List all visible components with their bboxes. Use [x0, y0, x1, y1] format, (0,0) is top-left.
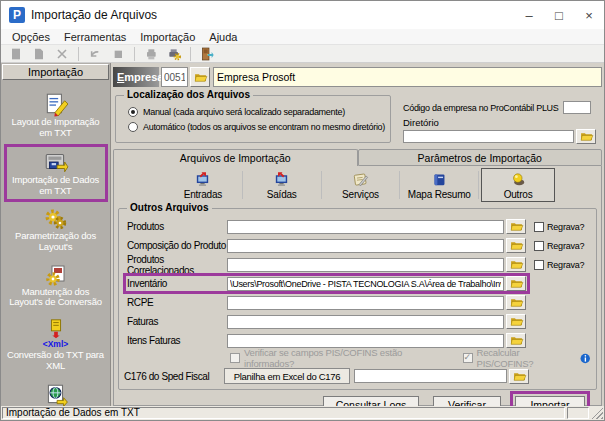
print-button[interactable] [141, 46, 161, 62]
diretorio-input[interactable] [403, 130, 574, 143]
produtos-input[interactable] [227, 220, 504, 234]
empresa-code-input[interactable] [161, 67, 188, 87]
empresa-name-field[interactable] [213, 67, 602, 87]
menu-ferramentas[interactable]: Ferramentas [57, 31, 133, 43]
folder-open-icon [509, 334, 524, 347]
planilha-excel-c176-button[interactable]: Planilha em Excel do C176 [224, 368, 350, 384]
sidebar-item-label: Importação de Dados em TXT [7, 175, 105, 197]
tab-strip: Arquivos de Importação Parâmetros de Imp… [113, 149, 602, 166]
menu-opcoes[interactable]: Opções [5, 31, 57, 43]
sidebar-item-importacao-dados-txt[interactable]: Importação de Dados em TXT [7, 147, 105, 199]
maximize-button[interactable]: □ [544, 1, 574, 29]
sidebar-item-label: Layout de Importação em TXT [7, 117, 105, 139]
itens-faturas-input[interactable] [227, 334, 504, 348]
info-icon[interactable] [579, 352, 591, 365]
c176-browse-button[interactable] [509, 369, 529, 384]
procontabil-code-input[interactable] [563, 101, 591, 114]
itens-faturas-browse-button[interactable] [506, 333, 526, 348]
gears-icon [44, 207, 68, 231]
empresa-row: Empresa [113, 67, 602, 87]
tab-arquivos-de-importacao[interactable]: Arquivos de Importação [113, 149, 358, 166]
regrava-label: Regrava? [547, 241, 584, 251]
menu-ajuda[interactable]: Ajuda [202, 31, 244, 43]
correlacionados-regrava-checkbox[interactable] [534, 260, 544, 270]
empresa-label: Empresa [113, 67, 159, 87]
xml-badge: <Xml> [43, 339, 69, 349]
inventario-label: Inventário [127, 278, 227, 289]
toolbar [1, 45, 604, 63]
row-faturas: Faturas [124, 312, 591, 331]
diretorio-label: Diretório [403, 117, 596, 128]
category-servicos-button[interactable]: Serviços [324, 168, 398, 202]
import-files-window: P Importação de Arquivos – □ × Opções Fe… [0, 0, 605, 421]
radio-automatico[interactable]: Automático (todos os arquivos se encontr… [128, 119, 386, 134]
new-document-button[interactable] [6, 46, 26, 62]
close-button[interactable]: × [574, 1, 604, 29]
rcpe-label: RCPE [127, 297, 227, 308]
category-saidas-button[interactable]: Saídas [245, 168, 319, 202]
category-separator [399, 171, 400, 199]
edit-document-button[interactable] [29, 46, 49, 62]
regrava-label: Regrava? [547, 260, 584, 270]
delete-button[interactable] [52, 46, 72, 62]
diretorio-browse-button[interactable] [576, 129, 596, 144]
empresa-browse-button[interactable] [190, 67, 210, 87]
inventario-browse-button[interactable] [506, 276, 526, 291]
print-setup-icon [166, 46, 182, 62]
c176-label: C176 do Sped Fiscal [124, 371, 224, 382]
faturas-input[interactable] [227, 315, 504, 329]
tab-parametros-de-importacao[interactable]: Parâmetros de Importação [358, 149, 603, 166]
composicao-regrava-checkbox[interactable] [534, 241, 544, 251]
undo-button[interactable] [85, 46, 105, 62]
exit-button[interactable] [197, 46, 217, 62]
sidebar-item-label: Manutenção dos Layout's de Conversão [7, 287, 105, 309]
radio-automatico-circle[interactable] [128, 122, 138, 132]
sidebar-item-parametrizacao-layouts[interactable]: Parametrização dos Layout's [7, 205, 105, 255]
sidebar-item-conversao-txt-xml[interactable]: <Xml> Conversão do TXT para XML [7, 316, 105, 374]
app-logo-icon: P [9, 7, 25, 23]
rcpe-browse-button[interactable] [506, 295, 526, 310]
status-bar: Importação de Dados em TXT [1, 406, 604, 420]
radio-manual[interactable]: Manual (cada arquivo será localizado sep… [128, 104, 386, 119]
sidebar-item-layout-importacao-txt[interactable]: Layout de Importação em TXT [7, 89, 105, 141]
produtos-regrava-checkbox[interactable] [534, 222, 544, 232]
folder-open-icon [509, 315, 524, 328]
save-button[interactable] [108, 46, 128, 62]
category-mapa-resumo-button[interactable]: Mapa Resumo [402, 168, 476, 202]
produtos-browse-button[interactable] [506, 219, 526, 234]
correlacionados-label: Produtos Correlacionados [127, 254, 227, 276]
recalcular-pis-cofins-checkbox[interactable] [463, 353, 473, 363]
document-pencil-icon [43, 91, 69, 117]
menu-importacao[interactable]: Importação [133, 31, 202, 43]
procontabil-code-label: Código da empresa no ProContábil PLUS [403, 103, 559, 113]
radio-manual-label: Manual (cada arquivo será localizado sep… [143, 107, 345, 117]
sidebar-header[interactable]: Importação [2, 64, 109, 80]
faturas-browse-button[interactable] [506, 314, 526, 329]
composicao-input[interactable] [227, 239, 504, 253]
category-entradas-button[interactable]: Entradas [166, 168, 240, 202]
rcpe-input[interactable] [227, 296, 504, 310]
sidebar-item-manutencao-layouts-conversao[interactable]: Manutenção dos Layout's de Conversão [7, 261, 105, 311]
inventario-input[interactable] [227, 277, 504, 291]
resize-grip[interactable] [591, 407, 603, 419]
row-rcpe: RCPE [124, 293, 591, 312]
print-setup-button[interactable] [164, 46, 184, 62]
verificar-pis-cofins-checkbox[interactable] [230, 353, 240, 363]
status-panel-right [567, 407, 589, 419]
category-outros-button[interactable]: Outros [481, 168, 555, 202]
correlacionados-browse-button[interactable] [506, 257, 526, 272]
correlacionados-input[interactable] [227, 258, 504, 272]
category-separator [478, 171, 479, 199]
drive-import-icon [43, 149, 69, 175]
c176-input[interactable] [354, 369, 507, 383]
itens-faturas-label: Itens Faturas [127, 335, 227, 346]
title-bar: P Importação de Arquivos – □ × [1, 1, 604, 29]
radio-manual-circle[interactable] [128, 107, 138, 117]
menu-bar: Opções Ferramentas Importação Ajuda [1, 29, 604, 45]
row-produtos: Produtos Regrava? [124, 217, 591, 236]
category-separator [321, 171, 322, 199]
procontabil-panel: Código da empresa no ProContábil PLUS Di… [391, 95, 602, 143]
row-correlacionados: Produtos Correlacionados Regrava? [124, 255, 591, 274]
minimize-button[interactable]: – [514, 1, 544, 29]
category-separator [242, 171, 243, 199]
